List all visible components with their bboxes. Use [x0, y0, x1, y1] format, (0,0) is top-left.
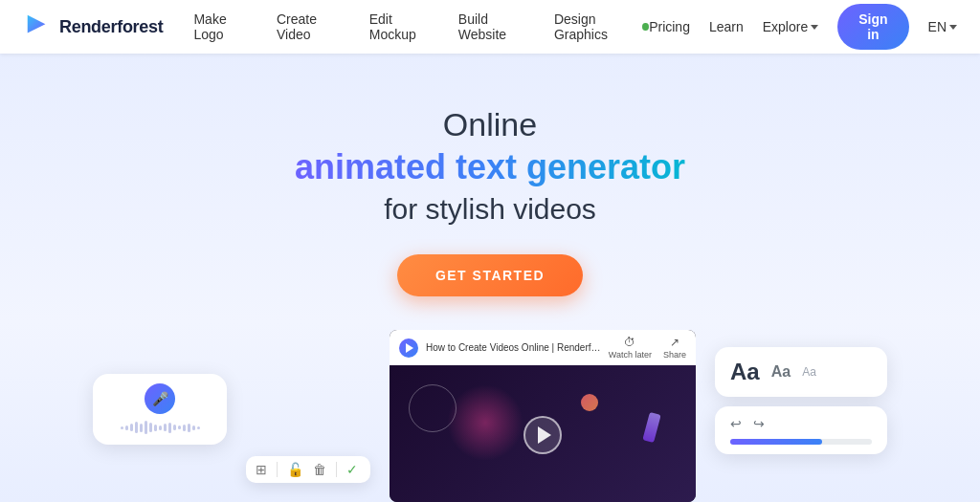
wave-bar	[121, 426, 123, 429]
mic-icon: 🎤	[145, 383, 175, 414]
deco-obj2	[642, 412, 660, 443]
wave-bar	[140, 424, 143, 432]
get-started-button[interactable]: GET STARTED	[397, 254, 583, 296]
navbar: Renderforest Make Logo Create Video Edit…	[0, 0, 980, 54]
video-actions: ⏱ Watch later ↗ Share	[609, 336, 686, 360]
wave-bar	[188, 424, 190, 432]
progress-bar	[730, 439, 872, 445]
nav-pricing[interactable]: Pricing	[649, 19, 690, 34]
wave-bar	[168, 423, 171, 433]
wave-bar	[173, 425, 176, 430]
video-glow	[447, 384, 523, 461]
divider	[336, 462, 337, 477]
nav-explore[interactable]: Explore	[763, 19, 818, 34]
transform-widget: ↩ ↪	[715, 406, 887, 454]
font-selector-widget: Aa Aa Aa	[715, 347, 887, 397]
hero-section: Online animated text generator for styli…	[0, 54, 980, 502]
logo-text: Renderforest	[59, 17, 163, 37]
wave-bar	[135, 422, 138, 433]
nav-make-logo[interactable]: Make Logo	[193, 11, 250, 42]
wave-bar	[178, 426, 181, 429]
navbar-right: Pricing Learn Explore Sign in EN	[649, 4, 957, 50]
navbar-links: Make Logo Create Video Edit Mockup Build…	[193, 11, 649, 42]
logo-icon	[23, 12, 52, 41]
watch-later-label: Watch later	[609, 350, 652, 360]
undo-icon[interactable]: ↩	[730, 416, 742, 431]
navbar-left: Renderforest Make Logo Create Video Edit…	[23, 11, 649, 42]
editor-toolbar: ⊞ 🔓 🗑 ✓	[246, 456, 370, 483]
video-header: How to Create Videos Online | Renderfore…	[390, 330, 696, 365]
wave-bar	[159, 426, 162, 430]
hero-line3: for stylish videos	[384, 190, 596, 228]
trash-icon[interactable]: 🗑	[313, 462, 326, 477]
video-content	[390, 365, 696, 502]
wave-bar	[130, 424, 133, 431]
share-icon: ↗	[670, 336, 679, 349]
play-icon	[538, 426, 551, 444]
wave-bar	[145, 421, 147, 434]
nav-edit-mockup[interactable]: Edit Mockup	[369, 11, 432, 42]
wave-bar	[192, 426, 195, 430]
wave-bar	[154, 425, 157, 431]
video-title: How to Create Videos Online | Renderfore…	[426, 342, 601, 353]
hero-line1: Online	[443, 103, 537, 145]
wave-bar	[164, 424, 167, 431]
redo-icon[interactable]: ↪	[753, 416, 765, 431]
video-logo-icon	[399, 338, 418, 358]
nav-learn[interactable]: Learn	[709, 19, 744, 34]
crop-icon[interactable]: ⊞	[256, 462, 267, 477]
chevron-down-icon	[949, 25, 957, 30]
bottom-widgets: 🎤 ⊞ 🔓 🗑 ✓ How to Create Videos Online | …	[0, 330, 980, 502]
clock-icon: ⏱	[624, 336, 635, 349]
font-size-small[interactable]: Aa	[802, 365, 816, 379]
audio-widget: 🎤	[93, 374, 227, 445]
wave-bar	[149, 423, 152, 432]
logo[interactable]: Renderforest	[23, 12, 163, 41]
play-triangle-icon	[406, 343, 413, 353]
language-selector[interactable]: EN	[928, 19, 957, 34]
share-action[interactable]: ↗ Share	[663, 336, 686, 360]
unlock-icon[interactable]: 🔓	[287, 462, 303, 477]
chevron-down-icon	[811, 25, 818, 30]
nav-create-video[interactable]: Create Video	[277, 11, 343, 42]
wave-bar	[183, 425, 186, 431]
wave-bar	[197, 426, 200, 429]
transform-icons: ↩ ↪	[730, 416, 872, 431]
video-thumbnail[interactable]: How to Create Videos Online | Renderfore…	[390, 330, 696, 502]
right-widgets: Aa Aa Aa ↩ ↪	[715, 347, 887, 454]
wave-bar	[125, 426, 128, 430]
deco-obj1	[581, 394, 598, 411]
waveform	[121, 420, 200, 435]
divider	[277, 462, 278, 477]
progress-bar-fill	[730, 439, 822, 445]
check-icon[interactable]: ✓	[346, 462, 358, 477]
font-size-medium[interactable]: Aa	[771, 363, 791, 381]
new-badge	[642, 23, 649, 31]
deco-circle	[409, 384, 457, 432]
svg-marker-0	[28, 15, 46, 33]
share-label: Share	[663, 350, 686, 360]
signin-button[interactable]: Sign in	[837, 4, 908, 50]
font-size-large[interactable]: Aa	[730, 359, 760, 385]
nav-build-website[interactable]: Build Website	[458, 11, 527, 42]
nav-design-graphics[interactable]: Design Graphics	[554, 11, 649, 42]
hero-line2: animated text generator	[295, 145, 685, 190]
watch-later-action[interactable]: ⏱ Watch later	[609, 336, 652, 360]
video-play-button[interactable]	[523, 416, 562, 454]
